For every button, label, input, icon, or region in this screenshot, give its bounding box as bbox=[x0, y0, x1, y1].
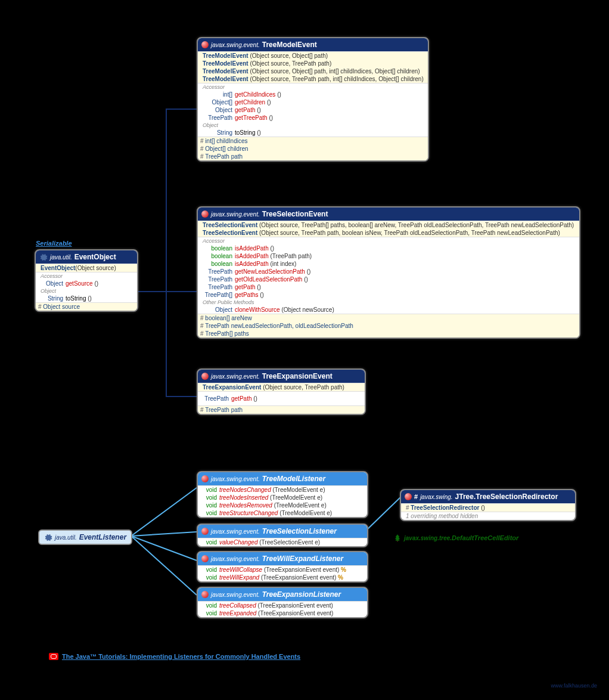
connector bbox=[166, 109, 167, 397]
pkg-label: javax.swing. bbox=[420, 494, 452, 500]
method-row: booleanisAddedPath () bbox=[198, 244, 579, 252]
ctor-row: TreeExpansionEvent (Object source, TreeP… bbox=[198, 383, 365, 391]
accessor-label: Accessor bbox=[36, 272, 137, 280]
watermark: www.falkhausen.de bbox=[551, 683, 597, 689]
class-name: JTree.TreeSelectionRedirector bbox=[455, 493, 558, 501]
treeselectionevent-header: javax.swing.event.TreeSelectionEvent bbox=[198, 207, 579, 221]
method-row: TreePathgetTreePath () bbox=[198, 114, 428, 122]
treeselectionevent-box[interactable]: javax.swing.event.TreeSelectionEvent Tre… bbox=[197, 206, 580, 339]
treeexpansionlistener-box[interactable]: javax.swing.event.TreeExpansionListener … bbox=[197, 587, 368, 618]
class-name: TreeWillExpandListener bbox=[262, 555, 343, 563]
method-row: TreePathgetOldLeadSelectionPath () bbox=[198, 275, 579, 283]
ball-icon bbox=[201, 555, 209, 562]
method-row: ObjectgetSource () bbox=[36, 280, 137, 287]
method-row: voidtreeExpanded (TreeExpansionEvent eve… bbox=[198, 609, 367, 617]
eventobject-box[interactable]: java.util.EventObject EventObject(Object… bbox=[35, 249, 138, 312]
serializable-label[interactable]: Serializable bbox=[36, 240, 72, 247]
method-row: voidtreeNodesInserted (TreeModelEvent e) bbox=[198, 494, 367, 501]
method-row: voidvalueChanged (TreeSelectionEvent e) bbox=[198, 538, 367, 546]
class-name: TreeSelectionListener bbox=[262, 527, 337, 535]
eventlistener-box[interactable]: java.util.EventListener bbox=[38, 529, 132, 545]
pkg-label: javax.swing.event. bbox=[211, 211, 260, 218]
treeexpansionevent-header: javax.swing.event.TreeExpansionEvent bbox=[198, 370, 365, 383]
class-name: TreeExpansionEvent bbox=[262, 372, 333, 380]
pkg-label: javax.swing.event. bbox=[211, 591, 260, 598]
svg-line-4 bbox=[363, 497, 400, 533]
treemodellistener-header: javax.swing.event.TreeModelListener bbox=[198, 472, 367, 485]
object-label: Object bbox=[36, 287, 137, 295]
method-row: voidtreeNodesChanged (TreeModelEvent e) bbox=[198, 486, 367, 494]
treewillexpandlistener-header: javax.swing.event.TreeWillExpandListener bbox=[198, 552, 367, 565]
connector bbox=[134, 291, 166, 292]
treeexpansionlistener-header: javax.swing.event.TreeExpansionListener bbox=[198, 588, 367, 601]
treemodelevent-box[interactable]: javax.swing.event.TreeModelEvent TreeMod… bbox=[197, 37, 429, 162]
class-name: EventObject bbox=[74, 253, 116, 261]
method-row: voidtreeWillExpand (TreeExpansionEvent e… bbox=[198, 574, 367, 581]
method-row: voidtreeWillCollapse (TreeExpansionEvent… bbox=[198, 566, 367, 574]
pkg-label: javax.swing.event. bbox=[211, 476, 260, 482]
class-name: TreeExpansionListener bbox=[262, 590, 341, 599]
field-row: # TreePath[] paths bbox=[198, 330, 579, 337]
field-row: # Object[] children bbox=[198, 145, 428, 153]
ball-icon bbox=[201, 528, 209, 535]
other-label: Other Public Methods bbox=[198, 299, 579, 306]
ctor-row: TreeModelEvent (Object source, TreePath … bbox=[198, 75, 428, 83]
ctor-row: TreeModelEvent (Object source, TreePath … bbox=[198, 60, 428, 67]
object-label: Object bbox=[198, 122, 428, 129]
svg-rect-5 bbox=[397, 541, 397, 542]
connector bbox=[166, 109, 197, 110]
connector-listeners bbox=[131, 477, 203, 614]
treeselectionlistener-header: javax.swing.event.TreeSelectionListener bbox=[198, 525, 367, 538]
pkg-label: javax.swing.event. bbox=[211, 556, 260, 562]
gear-icon bbox=[44, 533, 52, 541]
treemodellistener-box[interactable]: javax.swing.event.TreeModelListener void… bbox=[197, 471, 368, 518]
method-row: TreePathgetNewLeadSelectionPath () bbox=[198, 268, 579, 275]
gear-icon bbox=[39, 253, 48, 261]
tree-icon bbox=[393, 534, 402, 542]
treemodelevent-header: javax.swing.event.TreeModelEvent bbox=[198, 38, 428, 51]
field-row: # TreePath path bbox=[198, 153, 428, 160]
ctor-row: EventObject(Object source) bbox=[36, 264, 137, 272]
ball-icon bbox=[201, 41, 209, 48]
field-row: # int[] childIndices bbox=[198, 137, 428, 145]
note-row: 1 overriding method hidden bbox=[401, 512, 575, 520]
hash-icon: # bbox=[414, 493, 418, 500]
method-row: voidtreeCollapsed (TreeExpansionEvent ev… bbox=[198, 602, 367, 609]
ctor-row: TreeModelEvent (Object source, Object[] … bbox=[198, 67, 428, 75]
ball-icon bbox=[405, 493, 412, 500]
redirector-box[interactable]: # javax.swing.JTree.TreeSelectionRedirec… bbox=[400, 489, 576, 521]
treeselectionlistener-box[interactable]: javax.swing.event.TreeSelectionListener … bbox=[197, 524, 368, 547]
method-row: ObjectgetPath () bbox=[198, 106, 428, 114]
ball-icon bbox=[201, 210, 209, 218]
method-row: StringtoString () bbox=[198, 129, 428, 137]
pkg-label: javax.swing.event. bbox=[211, 528, 260, 535]
pkg-label: javax.swing.tree. bbox=[404, 535, 452, 541]
accessor-label: Accessor bbox=[198, 237, 579, 244]
method-row: ObjectcloneWithSource (Object newSource) bbox=[198, 306, 579, 314]
footer-link[interactable]: The Java™ Tutorials: Implementing Listen… bbox=[49, 653, 300, 660]
method-row: voidtreeNodesRemoved (TreeModelEvent e) bbox=[198, 501, 367, 509]
ball-icon bbox=[201, 591, 209, 598]
treewillexpandlistener-box[interactable]: javax.swing.event.TreeWillExpandListener… bbox=[197, 551, 368, 583]
method-row: StringtoString () bbox=[36, 295, 137, 302]
svg-line-1 bbox=[131, 532, 197, 536]
footer-link-text[interactable]: The Java™ Tutorials: Implementing Listen… bbox=[62, 653, 300, 660]
class-name: TreeSelectionEvent bbox=[262, 210, 328, 218]
field-row: # TreePath path bbox=[198, 406, 365, 414]
ctor-row: TreeModelEvent (Object source, Object[] … bbox=[198, 52, 428, 60]
method-row: Object[]getChildren () bbox=[198, 98, 428, 106]
class-name: TreeModelListener bbox=[262, 475, 325, 483]
method-row: TreePathgetPath () bbox=[198, 283, 579, 291]
connector bbox=[166, 396, 197, 397]
field-row: # Object source bbox=[36, 303, 137, 311]
treeexpansionevent-box[interactable]: javax.swing.event.TreeExpansionEvent Tre… bbox=[197, 368, 366, 415]
pkg-label: java.util. bbox=[50, 254, 72, 261]
oracle-icon bbox=[49, 653, 58, 660]
method-row: TreePathgetPath () bbox=[198, 392, 365, 405]
method-row: voidtreeStructureChanged (TreeModelEvent… bbox=[198, 509, 367, 517]
pkg-label: javax.swing.event. bbox=[211, 42, 260, 48]
pkg-label: javax.swing.event. bbox=[211, 373, 260, 380]
method-row: TreePath[]getPaths () bbox=[198, 291, 579, 299]
method-row: booleanisAddedPath (int index) bbox=[198, 260, 579, 268]
defaulttreecelleditor-label[interactable]: javax.swing.tree.DefaultTreeCellEditor bbox=[393, 534, 518, 542]
